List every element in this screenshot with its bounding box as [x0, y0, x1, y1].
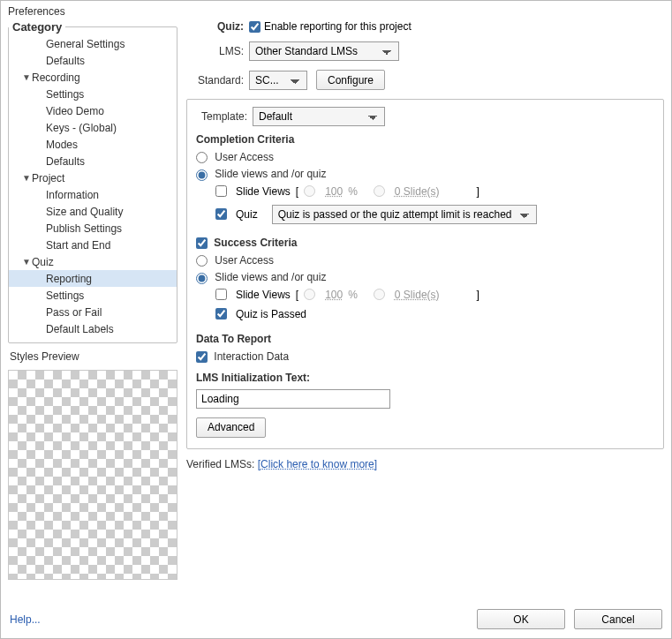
tree-label: Publish Settings — [46, 222, 122, 235]
lms-init-input[interactable] — [196, 389, 390, 409]
tree-expand-icon[interactable]: ▼ — [21, 257, 32, 267]
tree-expand-icon[interactable]: ▼ — [21, 72, 32, 82]
enable-reporting-label: Enable reporting for this project — [264, 20, 412, 33]
tree-label: General Settings — [46, 38, 125, 50]
sc-quiz-passed-checkbox[interactable] — [215, 308, 227, 320]
tree-item-information[interactable]: Information — [9, 186, 177, 203]
ok-button[interactable]: OK — [477, 609, 565, 629]
verified-lms-link[interactable]: [Click here to know more] — [258, 458, 377, 470]
cc-slide-pct: 100 — [325, 185, 343, 198]
cc-slide-n-radio — [374, 185, 385, 197]
cc-slide-pct-radio — [304, 185, 315, 197]
window-title: Preferences — [1, 1, 671, 20]
standard-label: Standard: — [186, 74, 244, 86]
tree-item-project[interactable]: ▼Project — [9, 169, 177, 186]
sc-slide-views-checkbox[interactable] — [215, 289, 227, 300]
category-tree: General SettingsDefaults▼RecordingSettin… — [9, 34, 177, 342]
cc-quiz-checkbox[interactable] — [215, 208, 227, 220]
tree-item-quiz[interactable]: ▼Quiz — [9, 253, 177, 270]
sc-quiz-passed-label: Quiz is Passed — [236, 308, 306, 320]
tree-item-reporting[interactable]: Reporting — [9, 270, 177, 287]
tree-label: Project — [32, 172, 64, 184]
tree-item-keys-global-[interactable]: Keys - (Global) — [9, 119, 177, 136]
tree-item-video-demo[interactable]: Video Demo — [9, 102, 177, 119]
cc-slide-views-checkbox[interactable] — [215, 185, 227, 197]
sc-slide-n-radio — [374, 289, 385, 300]
tree-item-start-and-end[interactable]: Start and End — [9, 237, 177, 253]
interaction-data-label: Interaction Data — [214, 350, 289, 363]
tree-item-defaults[interactable]: Defaults — [9, 153, 177, 169]
tree-label: Quiz — [32, 256, 54, 268]
tree-label: Size and Quality — [46, 206, 123, 218]
cc-quiz-label: Quiz — [236, 208, 258, 221]
tree-item-pass-or-fail[interactable]: Pass or Fail — [9, 304, 177, 320]
standard-select[interactable]: SC... — [249, 71, 307, 90]
styles-preview-area — [8, 370, 177, 580]
tree-label: Recording — [32, 71, 80, 84]
styles-preview-label: Styles Preview — [8, 349, 177, 365]
tree-label: Defaults — [46, 55, 85, 67]
template-label: Template: — [196, 110, 247, 123]
sc-slide-views-quiz-option[interactable]: Slide views and /or quiz — [196, 271, 326, 283]
tree-label: Video Demo — [46, 105, 104, 117]
left-column: Category General SettingsDefaults▼Record… — [8, 20, 177, 580]
category-panel: Category General SettingsDefaults▼Record… — [8, 20, 177, 343]
cancel-button[interactable]: Cancel — [574, 609, 662, 629]
tree-label: Modes — [46, 139, 78, 151]
tree-label: Pass or Fail — [46, 306, 102, 319]
configure-button[interactable]: Configure — [316, 70, 385, 90]
sc-user-access-option[interactable]: User Access — [196, 254, 274, 267]
tree-item-settings[interactable]: Settings — [9, 86, 177, 102]
tree-label: Keys - (Global) — [46, 122, 117, 134]
tree-item-default-labels[interactable]: Default Labels — [9, 320, 177, 337]
cc-quiz-select[interactable]: Quiz is passed or the quiz attempt limit… — [272, 205, 537, 224]
enable-reporting-checkbox[interactable] — [249, 21, 260, 33]
tree-item-defaults[interactable]: Defaults — [9, 52, 177, 69]
template-select[interactable]: Default — [253, 107, 385, 126]
sc-slide-views-label: Slide Views — [236, 289, 291, 301]
tree-label: Default Labels — [46, 323, 114, 335]
footer: Help... OK Cancel — [10, 609, 662, 629]
sc-slide-n: 0 Slide(s) — [395, 289, 440, 301]
cc-slide-views-label: Slide Views — [236, 185, 291, 198]
help-link[interactable]: Help... — [10, 613, 477, 626]
tree-item-modes[interactable]: Modes — [9, 136, 177, 153]
tree-item-publish-settings[interactable]: Publish Settings — [9, 220, 177, 237]
tree-label: Settings — [46, 289, 84, 302]
quiz-label: Quiz: — [186, 20, 244, 33]
right-column: Quiz: Enable reporting for this project … — [177, 20, 664, 580]
tree-expand-icon[interactable]: ▼ — [21, 173, 32, 183]
sc-slide-pct: 100 — [325, 289, 343, 301]
completion-criteria-title: Completion Criteria — [196, 133, 654, 146]
cc-user-access-option[interactable]: User Access — [196, 151, 274, 163]
tree-label: Defaults — [46, 155, 85, 168]
success-criteria-checkbox[interactable] — [196, 237, 208, 249]
advanced-button[interactable]: Advanced — [196, 417, 266, 438]
tree-label: Information — [46, 189, 99, 201]
lms-init-title: LMS Initialization Text: — [196, 372, 654, 384]
tree-label: Reporting — [46, 273, 92, 285]
cc-slide-n: 0 Slide(s) — [395, 185, 440, 198]
lms-select[interactable]: Other Standard LMSs — [249, 41, 399, 61]
category-legend: Category — [9, 20, 65, 34]
sc-slide-pct-radio — [304, 289, 315, 300]
verified-lms-label: Verified LMSs: — [186, 458, 254, 470]
lms-label: LMS: — [186, 45, 244, 57]
tree-label: Start and End — [46, 239, 110, 252]
tree-item-size-and-quality[interactable]: Size and Quality — [9, 203, 177, 220]
success-criteria-title: Success Criteria — [214, 237, 297, 249]
cc-slide-views-quiz-option[interactable]: Slide views and /or quiz — [196, 168, 326, 180]
tree-item-recording[interactable]: ▼Recording — [9, 69, 177, 86]
data-to-report-title: Data To Report — [196, 333, 654, 345]
interaction-data-checkbox[interactable] — [196, 351, 208, 363]
options-panel: Template: Default Completion Criteria Us… — [186, 99, 664, 449]
tree-label: Settings — [46, 88, 84, 101]
tree-item-general-settings[interactable]: General Settings — [9, 35, 177, 52]
tree-item-settings[interactable]: Settings — [9, 287, 177, 304]
